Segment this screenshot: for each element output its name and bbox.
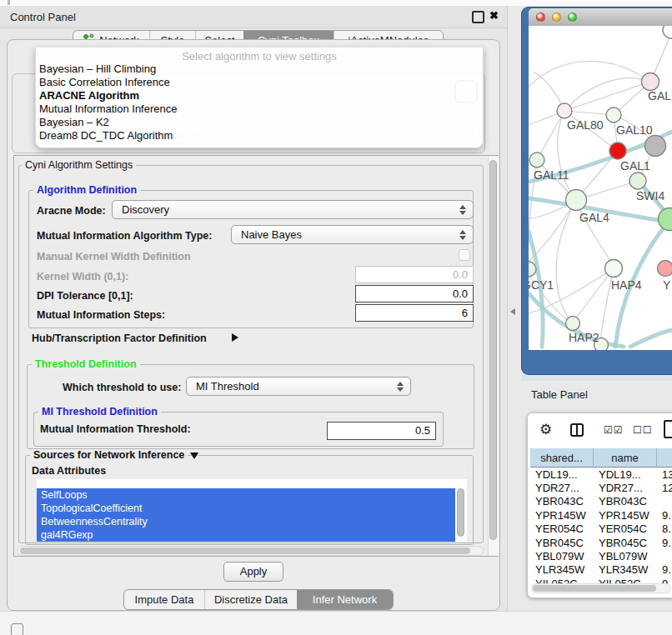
network-node[interactable] — [659, 208, 672, 231]
table-cell: YLR345W — [594, 563, 657, 578]
kernel-width-input[interactable]: 0.0 — [355, 266, 474, 283]
mi-threshold-input[interactable]: 0.5 — [327, 422, 436, 440]
dpi-tolerance-input[interactable]: 0.0 — [355, 285, 474, 302]
top-strip — [0, 0, 672, 6]
network-node-GAL10[interactable] — [606, 108, 621, 122]
table-row[interactable]: YBR045CYBR045C9. — [530, 537, 672, 551]
kernel-width-label: Kernel Width (0,1): — [37, 271, 128, 282]
attribute-item[interactable]: TopologicalCoefficient — [37, 502, 455, 515]
network-node-SWI4[interactable] — [629, 172, 646, 189]
collapse-down-icon[interactable] — [190, 452, 198, 459]
network-node-Y[interactable] — [658, 261, 672, 277]
close-icon[interactable]: ✖ — [489, 9, 499, 22]
tab-infer-network-label: Infer Network — [313, 593, 377, 606]
algorithm-option[interactable]: Bayesian – Hill Climbing — [36, 62, 483, 76]
screenshot-root: { "control_panel": { "title": "Control P… — [0, 0, 672, 635]
apply-button[interactable]: Apply — [223, 562, 283, 582]
table-row[interactable]: YLR345WYLR345W9. — [530, 563, 672, 578]
table-horizontal-scrollbar-thumb[interactable] — [533, 585, 656, 592]
network-edge[interactable] — [564, 78, 650, 111]
column-header[interactable]: A — [657, 448, 672, 468]
network-node-label: SWI4 — [636, 189, 664, 202]
network-node-GAL80[interactable] — [557, 103, 572, 118]
sources-legend[interactable]: Sources for Network Inference — [30, 449, 188, 461]
mi-type-value: Naive Bayes — [241, 228, 456, 241]
gear-icon[interactable]: ⚙ — [539, 421, 552, 438]
network-edge-thick[interactable] — [630, 330, 672, 347]
network-node-label: GAL — [648, 89, 671, 102]
table-row[interactable]: YDR27...YDR27...12 — [530, 482, 672, 496]
network-node[interactable] — [645, 136, 666, 157]
mac-minimize-icon[interactable] — [552, 12, 561, 22]
table-cell — [657, 495, 672, 509]
algorithm-dropdown-list: Select algorithm to view settings Bayesi… — [35, 48, 484, 148]
network-frame-understrip — [521, 375, 672, 381]
network-node-label: GAL4 — [579, 211, 609, 224]
algorithm-option[interactable]: Basic Correlation Inference — [36, 76, 483, 89]
new-table-icon[interactable] — [664, 420, 672, 438]
dropdown-items: Bayesian – Hill ClimbingBasic Correlatio… — [36, 62, 483, 142]
network-graph: GALGAL80GAL10GAL1GAL11SWI4GAL4GCY1HAP4YH… — [529, 26, 672, 350]
hub-definition-label[interactable]: Hub/Transcription Factor Definition — [32, 332, 207, 344]
mac-close-icon[interactable] — [536, 12, 545, 22]
network-node-HAP2[interactable] — [566, 317, 580, 331]
table-row[interactable]: YBR043CYBR043C — [530, 495, 672, 509]
network-edge[interactable] — [564, 82, 650, 111]
expand-right-icon[interactable] — [232, 333, 238, 342]
table-cell: YDL19... — [530, 468, 594, 482]
network-canvas[interactable]: GALGAL80GAL10GAL1GAL11SWI4GAL4GCY1HAP4YH… — [529, 26, 672, 350]
mi-type-select[interactable]: Naive Bayes — [231, 225, 474, 244]
deselect-all-checkboxes-icon[interactable]: ☐☐ — [633, 424, 653, 436]
table-cell: YDR27... — [530, 482, 594, 496]
network-node-GAL[interactable] — [642, 73, 659, 91]
mac-zoom-icon[interactable] — [568, 12, 577, 22]
network-node[interactable] — [663, 26, 672, 38]
table-cell: YBR045C — [594, 537, 657, 551]
column-header[interactable]: shared... — [530, 448, 594, 468]
network-node-GAL4[interactable] — [566, 190, 587, 211]
algorithm-option[interactable]: Dream8 DC_TDC Algorithm — [36, 129, 483, 142]
minimized-panel-icon[interactable] — [11, 623, 23, 635]
table-header-row: shared...nameA — [530, 448, 672, 468]
algorithm-option[interactable]: Mutual Information Inference — [36, 102, 483, 116]
control-panel-titlebar — [0, 6, 507, 28]
vertical-scrollbar-thumb[interactable] — [489, 160, 497, 540]
table-row[interactable]: YPR145WYPR145W9. — [530, 509, 672, 523]
tab-impute-data[interactable]: Impute Data — [124, 590, 204, 609]
aracne-mode-select[interactable]: Discovery — [112, 200, 474, 219]
network-window-titlebar[interactable] — [529, 8, 672, 27]
manual-kernel-checkbox[interactable] — [459, 249, 470, 261]
network-node-GAL11[interactable] — [529, 152, 544, 168]
bottom-tabbar: Impute Data Discretize Data Infer Networ… — [123, 589, 394, 610]
network-node-HAP4[interactable] — [605, 260, 623, 278]
network-node-label: Y — [663, 278, 671, 292]
algorithm-option[interactable]: ARACNE Algorithm — [36, 89, 483, 102]
table-cell: YBR045C — [530, 537, 594, 551]
table-row[interactable]: YBL079WYBL079W — [530, 550, 672, 564]
table-cell: YBL079W — [530, 550, 594, 564]
tab-discretize-data[interactable]: Discretize Data — [204, 590, 297, 609]
mi-steps-input[interactable]: 6 — [355, 304, 474, 322]
horizontal-scrollbar-thumb[interactable] — [20, 548, 470, 554]
select-all-checkboxes-icon[interactable]: ☑☑ — [604, 424, 624, 436]
columns-icon[interactable] — [570, 423, 584, 437]
table-cell: YPR145W — [594, 509, 657, 523]
stepper-icon — [456, 230, 469, 240]
attribute-item[interactable]: SelfLoops — [37, 488, 455, 502]
float-window-button[interactable] — [472, 11, 484, 23]
which-threshold-select[interactable]: MI Threshold — [186, 377, 411, 396]
stepper-icon — [394, 382, 407, 392]
table-row[interactable]: YDL19...YDL19...13 — [530, 468, 672, 482]
table-row[interactable]: YER054CYER054C8. — [530, 522, 672, 537]
network-edge[interactable] — [556, 200, 576, 323]
attribute-item[interactable]: BetweennessCentrality — [37, 515, 455, 528]
splitter-collapse-icon[interactable] — [510, 308, 515, 315]
attribute-item[interactable]: gal4RGexp — [37, 528, 455, 542]
tab-infer-network[interactable]: Infer Network — [297, 590, 393, 609]
table-cell: YER054C — [594, 522, 657, 537]
attributes-scrollbar-thumb[interactable] — [457, 488, 464, 537]
algorithm-option[interactable]: Bayesian – K2 — [36, 116, 483, 129]
network-node-GAL1[interactable] — [609, 142, 626, 159]
network-edge[interactable] — [537, 111, 564, 160]
column-header[interactable]: name — [594, 448, 657, 468]
